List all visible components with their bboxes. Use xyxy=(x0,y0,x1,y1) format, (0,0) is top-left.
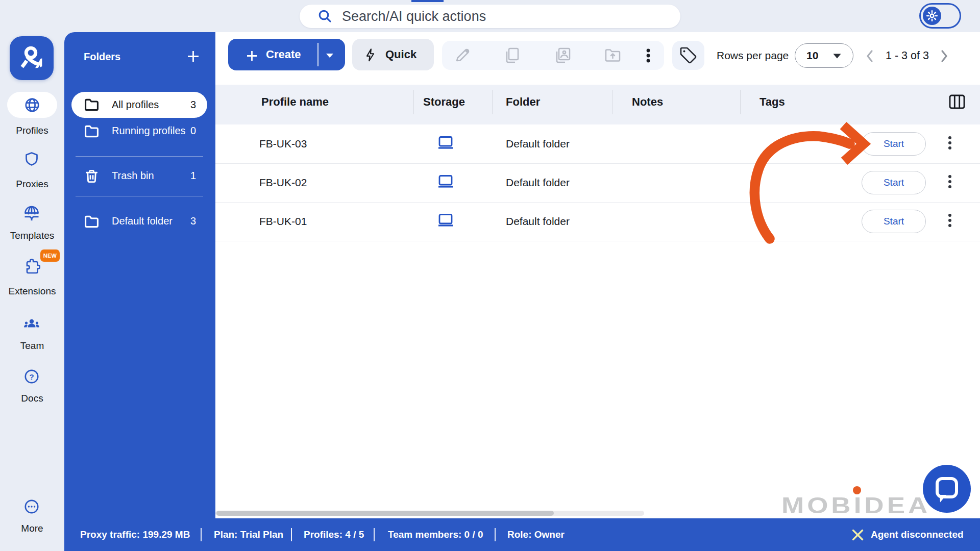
svg-text:?: ? xyxy=(29,372,34,381)
